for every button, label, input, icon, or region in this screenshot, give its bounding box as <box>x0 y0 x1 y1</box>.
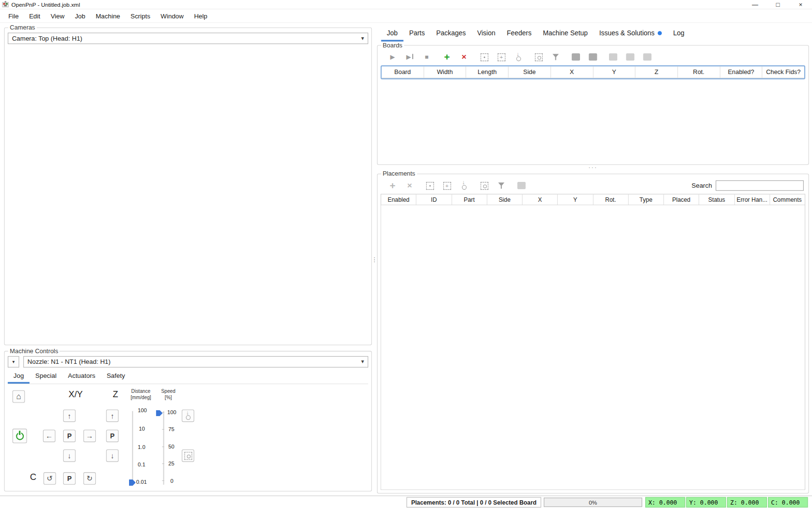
tab-vision[interactable]: Vision <box>471 27 501 42</box>
tab-issues-solutions[interactable]: Issues & Solutions <box>594 27 667 42</box>
move-camera-to-placement-location-button[interactable] <box>458 179 470 192</box>
position-placement-button[interactable] <box>478 179 491 192</box>
panelize-xout-button[interactable] <box>624 51 637 63</box>
board-tools-group-1 <box>570 51 599 63</box>
boards-col-check-fids[interactable]: Check Fids? <box>762 66 804 78</box>
add-placement-button[interactable]: + <box>386 179 399 192</box>
tab-special[interactable]: Special <box>29 370 62 384</box>
boards-col-enabled[interactable]: Enabled? <box>720 66 762 78</box>
jog-z-plus-button[interactable]: ↑ <box>106 409 119 422</box>
jog-x-plus-button[interactable]: → <box>84 430 96 442</box>
jog-c-cw-button[interactable]: ↻ <box>84 472 96 485</box>
c-axis-label: C <box>27 472 40 482</box>
jog-z-minus-button[interactable]: ↓ <box>106 449 119 462</box>
boards-col-length[interactable]: Length <box>466 66 508 78</box>
job-start-button[interactable]: ▶ <box>386 51 399 63</box>
search-input[interactable] <box>716 180 804 191</box>
tool-dropdown-button[interactable]: ▾ <box>8 356 19 368</box>
tab-log[interactable]: Log <box>667 27 690 42</box>
panel-splitter-vertical[interactable]: ⋮ <box>372 24 377 495</box>
boards-col-x[interactable]: X <box>551 66 593 78</box>
tab-safety[interactable]: Safety <box>101 370 131 384</box>
placements-col-part[interactable]: Part <box>451 194 487 205</box>
boards-col-width[interactable]: Width <box>423 66 466 78</box>
tab-actuators[interactable]: Actuators <box>62 370 101 384</box>
panel-splitter-horizontal[interactable]: ··· <box>377 165 809 170</box>
position-xy-button[interactable]: P <box>63 430 76 442</box>
check-fiducials-button[interactable] <box>550 51 562 63</box>
slider-handle[interactable] <box>129 479 136 486</box>
boards-col-board[interactable]: Board <box>382 66 423 78</box>
position-c-button[interactable]: P <box>63 472 76 485</box>
placements-col-side[interactable]: Side <box>487 194 522 205</box>
safe-z-button[interactable] <box>182 409 194 422</box>
placements-col-x[interactable]: X <box>522 194 557 205</box>
minimize-button[interactable]: — <box>744 0 767 9</box>
remove-board-button[interactable]: × <box>458 51 470 63</box>
menu-view[interactable]: View <box>45 10 70 22</box>
placements-col-status[interactable]: Status <box>699 194 734 205</box>
placement-filter-button[interactable] <box>495 179 508 192</box>
jog-x-minus-button[interactable]: ← <box>43 430 56 442</box>
jog-distance-slider[interactable]: 100 10 1.0 0.1 0.01 <box>129 407 158 489</box>
tab-job[interactable]: Job <box>381 27 404 42</box>
menu-file[interactable]: File <box>3 10 24 22</box>
close-button[interactable]: × <box>789 0 812 9</box>
move-camera-to-board-location-button[interactable] <box>512 51 525 63</box>
remove-placement-button[interactable]: × <box>404 179 416 192</box>
jog-speed-slider[interactable]: 100 75 50 25 0 <box>155 407 181 489</box>
job-stop-button[interactable]: ■ <box>420 51 433 63</box>
boards-col-side[interactable]: Side <box>508 66 551 78</box>
placements-col-y[interactable]: Y <box>557 194 593 205</box>
set-placed-status-button[interactable] <box>515 179 528 192</box>
tab-parts[interactable]: Parts <box>404 27 431 42</box>
placements-col-type[interactable]: Type <box>628 194 663 205</box>
two-placement-locate-button[interactable] <box>570 51 582 63</box>
tab-packages[interactable]: Packages <box>431 27 472 42</box>
boards-col-z[interactable]: Z <box>635 66 678 78</box>
panelize-fiducials-button[interactable] <box>641 51 653 63</box>
position-board-button[interactable] <box>532 51 545 63</box>
placements-col-rot[interactable]: Rot. <box>593 194 628 205</box>
menu-scripts[interactable]: Scripts <box>125 10 155 22</box>
slider-track <box>132 411 133 485</box>
menu-edit[interactable]: Edit <box>24 10 45 22</box>
capture-camera-placement-location-button[interactable] <box>423 179 436 192</box>
job-step-button[interactable]: ▶ <box>404 51 416 63</box>
placements-col-placed[interactable]: Placed <box>664 194 699 205</box>
slider-handle[interactable] <box>156 410 163 417</box>
camera-select[interactable]: Camera: Top (Head: H1) ▾ <box>8 33 368 45</box>
add-board-button[interactable]: + <box>441 51 453 63</box>
placements-summary: Placements: 0 / 0 Total | 0 / 0 Selected… <box>406 497 541 507</box>
menu-machine[interactable]: Machine <box>90 10 125 22</box>
jog-y-minus-button[interactable]: ↓ <box>63 449 76 462</box>
menu-window[interactable]: Window <box>156 10 189 22</box>
notification-dot <box>658 31 662 35</box>
panelize-button[interactable] <box>607 51 620 63</box>
placements-col-error-handling[interactable]: Error Han... <box>734 194 769 205</box>
capture-tool-placement-location-button[interactable] <box>441 179 453 192</box>
capture-tool-board-location-button[interactable] <box>495 51 508 63</box>
menu-help[interactable]: Help <box>189 10 213 22</box>
menu-job[interactable]: Job <box>70 10 90 22</box>
maximize-button[interactable]: □ <box>767 0 789 9</box>
home-button[interactable]: ⌂ <box>13 390 25 403</box>
capture-camera-board-location-button[interactable] <box>478 51 491 63</box>
boards-panel: Boards ▶ ▶ ■ + × <box>377 42 809 165</box>
placements-col-comments[interactable]: Comments <box>769 194 805 205</box>
nozzle-select[interactable]: Nozzle: N1 - NT1 (Head: H1) ▾ <box>23 356 368 368</box>
boards-col-rot[interactable]: Rot. <box>677 66 720 78</box>
multi-placement-locate-button[interactable] <box>587 51 599 63</box>
position-z-button[interactable]: P <box>106 430 119 442</box>
jog-c-ccw-button[interactable]: ↺ <box>44 472 56 485</box>
jog-y-plus-button[interactable]: ↑ <box>63 409 76 422</box>
tab-machine-setup[interactable]: Machine Setup <box>537 27 594 42</box>
boards-col-y[interactable]: Y <box>593 66 635 78</box>
tab-feeders[interactable]: Feeders <box>501 27 537 42</box>
position-camera-button[interactable] <box>182 449 194 462</box>
tab-jog[interactable]: Jog <box>8 370 29 384</box>
placements-col-enabled[interactable]: Enabled <box>381 194 416 205</box>
placements-col-id[interactable]: ID <box>416 194 451 205</box>
power-button[interactable] <box>13 429 27 443</box>
chevron-down-icon: ▾ <box>12 359 14 365</box>
